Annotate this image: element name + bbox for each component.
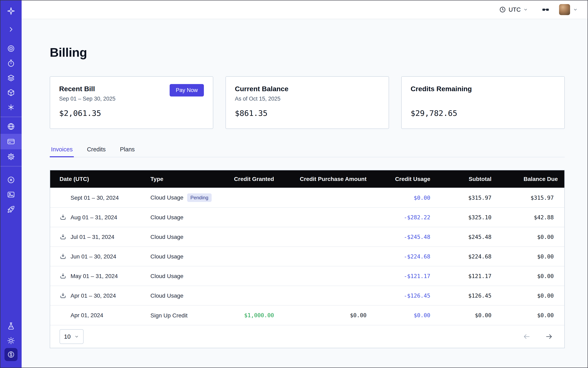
sidebar-divider xyxy=(0,117,22,117)
credit-granted-value: $1,000.00 xyxy=(215,305,280,325)
main-area: UTC Billing Recent Bill Pay Now Sep 01 –… xyxy=(22,0,588,368)
invoice-row: Sept 01 – 30, 2024 Cloud UsagePending $0… xyxy=(50,188,564,207)
sidebar-item-settings[interactable] xyxy=(0,149,22,164)
sidebar-item-timer[interactable] xyxy=(0,56,22,71)
credit-usage-value: $0.00 xyxy=(373,305,437,325)
download-icon xyxy=(60,253,66,260)
credit-granted-value xyxy=(215,207,280,227)
tab[interactable]: Invoices xyxy=(50,146,74,157)
cube-icon xyxy=(7,89,15,97)
account-menu-button[interactable] xyxy=(559,4,578,15)
sidebar-item-rocket[interactable] xyxy=(0,202,22,217)
prev-page-button[interactable] xyxy=(523,333,531,340)
card-subtitle xyxy=(411,96,555,103)
sidebar-group-billing xyxy=(0,119,22,164)
arrow-left-icon xyxy=(523,333,531,340)
invoice-row: Jul 01 – 31, 2024 Cloud Usage -$245.48 $… xyxy=(50,227,564,247)
column-header: Credit Granted xyxy=(215,170,280,188)
card-amount: $29,782.65 xyxy=(411,109,555,118)
column-header: Credit Purchase Amount xyxy=(280,170,373,188)
credit-usage-value: -$224.68 xyxy=(373,247,437,266)
download-icon xyxy=(60,292,66,299)
download-invoice-button[interactable] xyxy=(60,214,66,221)
sidebar-item-circle-x[interactable] xyxy=(0,173,22,187)
credit-purchase-value xyxy=(280,227,373,247)
download-invoice-button[interactable] xyxy=(60,233,66,240)
balance-due-value: $0.00 xyxy=(498,286,564,305)
invoice-type: Cloud Usage xyxy=(150,234,183,240)
download-invoice-button[interactable] xyxy=(60,292,66,299)
tab[interactable]: Credits xyxy=(86,146,107,157)
summary-card: Recent Bill Pay Now Sep 01 – Sep 30, 202… xyxy=(50,76,213,129)
goggles-button[interactable] xyxy=(542,6,550,14)
status-badge: Pending xyxy=(187,193,212,202)
sidebar-group-tools xyxy=(0,173,22,217)
invoice-date: Jun 01 – 30, 2024 xyxy=(71,253,116,259)
topbar: UTC xyxy=(22,0,588,19)
asterisk-icon xyxy=(7,103,15,111)
credit-granted-value xyxy=(215,266,280,286)
credit-granted-value xyxy=(215,286,280,305)
sidebar-item-radar[interactable] xyxy=(0,41,22,56)
sidebar-item-asterisk[interactable] xyxy=(0,100,22,115)
image-icon xyxy=(7,191,15,199)
next-page-button[interactable] xyxy=(545,333,553,340)
invoice-date-cell: Jun 01 – 30, 2024 xyxy=(50,247,150,266)
sun-icon xyxy=(7,337,15,345)
download-invoice-button[interactable] xyxy=(60,273,66,279)
balance-due-value: $0.00 xyxy=(498,247,564,266)
chevron-right-icon xyxy=(7,25,15,33)
column-header: Subtotal xyxy=(437,170,498,188)
download-icon xyxy=(60,273,66,279)
invoice-type-cell: Cloud Usage xyxy=(150,247,215,266)
table-header-row: Date (UTC)TypeCredit GrantedCredit Purch… xyxy=(50,170,564,188)
summary-cards: Recent Bill Pay Now Sep 01 – Sep 30, 202… xyxy=(50,76,565,129)
balance-due-value: $0.00 xyxy=(498,227,564,247)
invoice-date: Sept 01 – 30, 2024 xyxy=(71,194,119,201)
invoice-date: Jul 01 – 31, 2024 xyxy=(71,234,114,240)
invoice-type: Cloud Usage xyxy=(150,293,183,299)
flask-icon xyxy=(7,322,15,330)
sidebar-spacer xyxy=(0,217,22,319)
credit-granted-value xyxy=(215,188,280,207)
sidebar-item-globe[interactable] xyxy=(0,119,22,134)
globe-icon xyxy=(7,122,15,130)
sidebar-item-layers[interactable] xyxy=(0,71,22,85)
chevron-down-icon xyxy=(523,7,528,12)
card-subtitle: As of Oct 15, 2025 xyxy=(235,96,380,103)
subtotal-value: $0.00 xyxy=(437,305,498,325)
billing-app-window: UTC Billing Recent Bill Pay Now Sep 01 –… xyxy=(0,0,588,368)
invoice-date: Aug 01 – 31, 2024 xyxy=(71,214,117,220)
gear-icon xyxy=(7,153,15,161)
credit-purchase-value xyxy=(280,207,373,227)
sidebar-item-flask[interactable] xyxy=(0,319,22,333)
timezone-selector[interactable]: UTC xyxy=(499,6,528,13)
invoice-type-cell: Cloud Usage xyxy=(150,207,215,227)
sidebar-item-credits[interactable] xyxy=(0,348,22,368)
rocket-icon xyxy=(7,205,15,213)
subtotal-value: $245.48 xyxy=(437,227,498,247)
download-icon xyxy=(60,233,66,240)
pay-now-button[interactable]: Pay Now xyxy=(170,84,204,96)
sidebar-expand-button[interactable] xyxy=(0,22,22,37)
page-size-select[interactable]: 10 xyxy=(60,329,84,344)
sidebar-item-image[interactable] xyxy=(0,187,22,202)
balance-due-value: $0.00 xyxy=(498,305,564,325)
credit-purchase-value: $0.00 xyxy=(280,305,373,325)
tab[interactable]: Plans xyxy=(119,146,136,157)
invoice-row: Aug 01 – 31, 2024 Cloud Usage -$282.22 $… xyxy=(50,207,564,227)
column-header: Balance Due xyxy=(498,170,564,188)
invoice-date-cell: Aug 01 – 31, 2024 xyxy=(50,207,150,227)
credit-usage-value: -$282.22 xyxy=(373,207,437,227)
sidebar-item-logo[interactable] xyxy=(0,0,22,22)
invoice-date-cell: Sept 01 – 30, 2024 xyxy=(50,188,150,207)
sidebar-item-theme[interactable] xyxy=(0,333,22,348)
sidebar-item-cube[interactable] xyxy=(0,85,22,100)
download-icon xyxy=(60,214,66,221)
subtotal-value: $126.45 xyxy=(437,286,498,305)
download-invoice-button[interactable] xyxy=(60,253,66,260)
sidebar-item-billing[interactable] xyxy=(0,134,22,149)
layers-icon xyxy=(7,74,15,82)
invoice-type-cell: Cloud Usage xyxy=(150,286,215,305)
card-amount: $861.35 xyxy=(235,109,380,118)
